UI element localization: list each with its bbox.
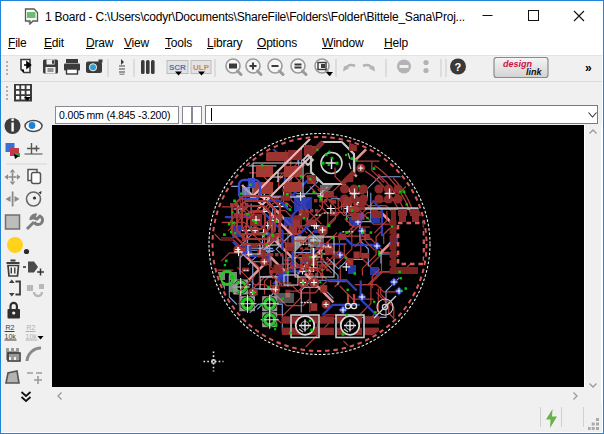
svg-text:10k: 10k bbox=[26, 333, 38, 340]
svg-text:R2: R2 bbox=[6, 324, 15, 331]
svg-text:SCR: SCR bbox=[169, 63, 186, 72]
svg-text:»: » bbox=[585, 61, 592, 75]
svg-text:10k: 10k bbox=[5, 333, 17, 340]
svg-text:link: link bbox=[526, 67, 542, 77]
svg-text:?: ? bbox=[455, 61, 462, 73]
svg-text:ULP: ULP bbox=[193, 63, 210, 72]
svg-text:R2: R2 bbox=[27, 324, 36, 331]
